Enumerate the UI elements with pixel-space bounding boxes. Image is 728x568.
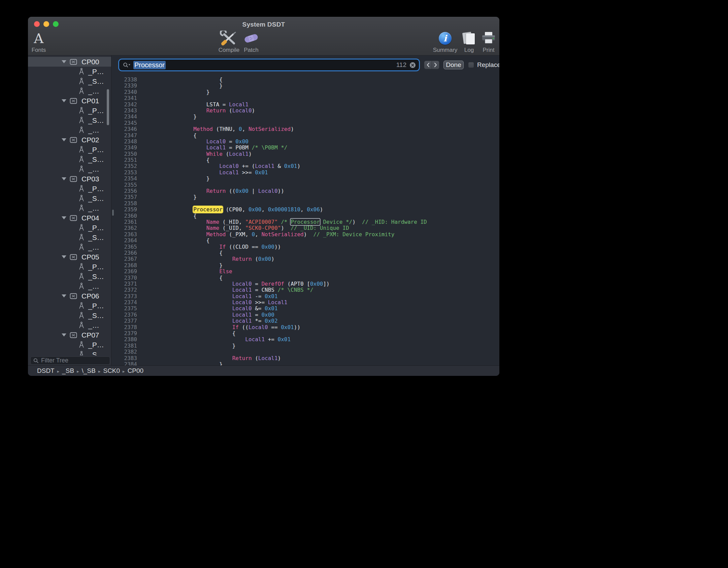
tree-item-method[interactable]: _S… xyxy=(28,193,111,203)
scope-icon xyxy=(70,176,77,182)
tree-item-label: _P… xyxy=(88,68,104,76)
replace-checkbox[interactable] xyxy=(468,62,474,68)
code-line: 2338 { xyxy=(111,77,499,83)
code-editor[interactable]: 2338 {2339 }2340 }23412342 LSTA = Local1… xyxy=(111,77,499,365)
patch-button[interactable]: Patch xyxy=(231,30,271,54)
navigator-sidebar: CP00_P…_S…_…CP01_P…_S…_…CP02_P…_S…_…CP03… xyxy=(28,56,111,365)
code-line: 2342 LSTA = Local1 xyxy=(111,102,499,108)
search-query-text[interactable]: Processor xyxy=(133,61,166,69)
line-number: 2360 xyxy=(111,213,137,219)
disclosure-triangle-icon[interactable] xyxy=(62,255,66,258)
breadcrumb-item[interactable]: \_SB xyxy=(82,367,96,374)
code-line: 2367 Return (0x00) xyxy=(111,256,499,262)
tree-item-label: _… xyxy=(88,204,99,212)
tree-item-method[interactable]: _… xyxy=(28,320,111,330)
sidebar-scrollbar[interactable] xyxy=(107,89,109,125)
filter-tree-field[interactable]: Filter Tree xyxy=(30,356,110,365)
tree-item-cp02[interactable]: CP02 xyxy=(28,135,111,145)
tree-item-method[interactable]: _P… xyxy=(28,223,111,233)
code-line: 2340 } xyxy=(111,89,499,95)
breadcrumb-item[interactable]: _SB xyxy=(62,367,74,374)
breadcrumb-item[interactable]: SCK0 xyxy=(103,367,120,374)
tree-item-cp06[interactable]: CP06 xyxy=(28,291,111,301)
scope-icon xyxy=(70,98,77,104)
tree-item-cp03[interactable]: CP03 xyxy=(28,174,111,184)
method-icon xyxy=(78,78,85,85)
tree-item-method[interactable]: _P… xyxy=(28,184,111,193)
tree-item-method[interactable]: _… xyxy=(28,86,111,96)
method-icon xyxy=(78,322,85,329)
line-number: 2356 xyxy=(111,188,137,194)
tree-item-method[interactable]: _S… xyxy=(28,311,111,320)
disclosure-triangle-icon[interactable] xyxy=(62,60,66,63)
clear-search-button[interactable] xyxy=(409,62,416,68)
printer-icon xyxy=(481,31,497,45)
method-icon xyxy=(78,68,85,75)
line-number: 2346 xyxy=(111,126,137,132)
tree-item-method[interactable]: _S… xyxy=(28,233,111,242)
breadcrumb: DSDT▸_SB▸\_SB▸SCK0▸CP00 xyxy=(37,367,143,375)
tree-item-method[interactable]: _S… xyxy=(28,154,111,164)
search-menu-icon[interactable] xyxy=(123,62,131,68)
find-field[interactable]: Processor 112 xyxy=(120,60,419,70)
disclosure-triangle-icon[interactable] xyxy=(62,138,66,141)
tree-item-method[interactable]: _… xyxy=(28,281,111,291)
disclosure-triangle-icon[interactable] xyxy=(62,333,66,336)
code-line: 2350 While (Local1) xyxy=(111,151,499,157)
tree-item-cp05[interactable]: CP05 xyxy=(28,252,111,262)
tree-item-method[interactable]: _… xyxy=(28,203,111,213)
line-number: 2342 xyxy=(111,102,137,108)
scope-icon xyxy=(70,59,77,65)
find-next-button[interactable] xyxy=(432,61,439,69)
tree-item-method[interactable]: _P… xyxy=(28,301,111,311)
line-number: 2383 xyxy=(111,355,137,361)
window-header: System DSDT A Fonts Compile xyxy=(28,17,499,56)
code-line: 2371 Local0 = DerefOf (APT0 [0x00]) xyxy=(111,281,499,287)
tree-item-method[interactable]: _S… xyxy=(28,76,111,86)
tree-item-method[interactable]: _S… xyxy=(28,350,111,355)
titlebar[interactable]: System DSDT xyxy=(28,17,499,30)
toolbar: A Fonts Compile xyxy=(28,30,499,55)
method-icon xyxy=(78,341,85,348)
replace-label: Replace xyxy=(477,61,499,69)
code-line: 2382 xyxy=(111,349,499,355)
tree-item-method[interactable]: _P… xyxy=(28,340,111,350)
line-number: 2370 xyxy=(111,275,137,281)
line-number: 2339 xyxy=(111,83,137,89)
tree-item-label: _… xyxy=(88,321,99,329)
fonts-button[interactable]: A Fonts xyxy=(28,30,59,54)
tree-item-method[interactable]: _P… xyxy=(28,106,111,115)
tree-item-cp07[interactable]: CP07 xyxy=(28,330,111,340)
tree-item-cp04[interactable]: CP04 xyxy=(28,213,111,223)
tree-item-cp01[interactable]: CP01 xyxy=(28,96,111,106)
tree-item-method[interactable]: _S… xyxy=(28,115,111,125)
code-line: 2374 Local0 >>= Local1 xyxy=(111,299,499,306)
tree-item-method[interactable]: _… xyxy=(28,242,111,252)
code-line: 2362 Name (_UID, "SCK0-CP00") // _UID: U… xyxy=(111,225,499,231)
print-button[interactable]: Print xyxy=(468,30,499,54)
breadcrumb-item[interactable]: DSDT xyxy=(37,367,55,374)
tree-item-method[interactable]: _P… xyxy=(28,262,111,272)
tree-item-method[interactable]: _… xyxy=(28,164,111,174)
tree-item-label: _S… xyxy=(88,194,104,203)
find-previous-button[interactable] xyxy=(424,61,432,69)
tree-item-method[interactable]: _P… xyxy=(28,67,111,76)
breadcrumb-item[interactable]: CP00 xyxy=(128,367,144,374)
line-number: 2371 xyxy=(111,281,137,287)
tree-item-cp00[interactable]: CP00 xyxy=(28,57,111,67)
tree-item-label: CP07 xyxy=(81,331,99,339)
code-line: 2344 } xyxy=(111,114,499,120)
tree-item-method[interactable]: _… xyxy=(28,125,111,135)
disclosure-triangle-icon[interactable] xyxy=(62,99,66,102)
breadcrumb-separator-icon: ▸ xyxy=(77,369,79,374)
disclosure-triangle-icon[interactable] xyxy=(62,294,66,297)
code-line: 2373 Local1 -= 0x01 xyxy=(111,293,499,299)
done-button[interactable]: Done xyxy=(443,61,464,69)
tree-item-method[interactable]: _P… xyxy=(28,145,111,154)
tree-item-method[interactable]: _S… xyxy=(28,272,111,281)
disclosure-triangle-icon[interactable] xyxy=(62,177,66,180)
disclosure-triangle-icon[interactable] xyxy=(62,216,66,219)
method-icon xyxy=(78,185,85,192)
code-line: 2368 } xyxy=(111,262,499,269)
splitter-handle[interactable] xyxy=(112,210,114,216)
